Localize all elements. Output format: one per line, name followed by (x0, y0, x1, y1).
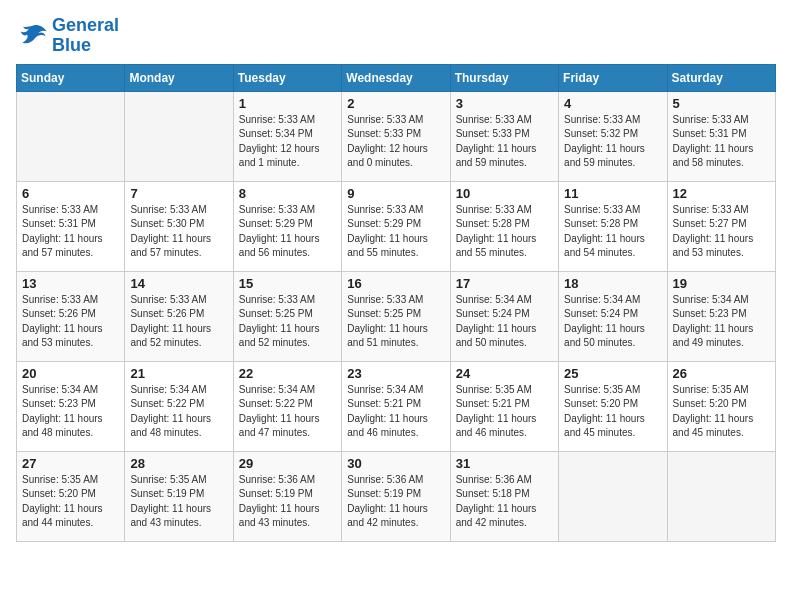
day-info: Sunrise: 5:34 AM Sunset: 5:21 PM Dayligh… (347, 383, 444, 441)
day-number: 17 (456, 276, 553, 291)
header-row: SundayMondayTuesdayWednesdayThursdayFrid… (17, 64, 776, 91)
day-cell (667, 451, 775, 541)
day-number: 13 (22, 276, 119, 291)
day-info: Sunrise: 5:33 AM Sunset: 5:34 PM Dayligh… (239, 113, 336, 171)
header-cell-tuesday: Tuesday (233, 64, 341, 91)
day-info: Sunrise: 5:33 AM Sunset: 5:31 PM Dayligh… (22, 203, 119, 261)
day-number: 5 (673, 96, 770, 111)
day-cell (17, 91, 125, 181)
day-number: 14 (130, 276, 227, 291)
day-cell: 21Sunrise: 5:34 AM Sunset: 5:22 PM Dayli… (125, 361, 233, 451)
day-info: Sunrise: 5:33 AM Sunset: 5:29 PM Dayligh… (347, 203, 444, 261)
day-info: Sunrise: 5:33 AM Sunset: 5:27 PM Dayligh… (673, 203, 770, 261)
day-cell: 22Sunrise: 5:34 AM Sunset: 5:22 PM Dayli… (233, 361, 341, 451)
day-number: 23 (347, 366, 444, 381)
day-cell (559, 451, 667, 541)
day-cell: 19Sunrise: 5:34 AM Sunset: 5:23 PM Dayli… (667, 271, 775, 361)
week-row-4: 20Sunrise: 5:34 AM Sunset: 5:23 PM Dayli… (17, 361, 776, 451)
day-info: Sunrise: 5:35 AM Sunset: 5:20 PM Dayligh… (564, 383, 661, 441)
day-cell: 7Sunrise: 5:33 AM Sunset: 5:30 PM Daylig… (125, 181, 233, 271)
day-info: Sunrise: 5:33 AM Sunset: 5:28 PM Dayligh… (456, 203, 553, 261)
week-row-3: 13Sunrise: 5:33 AM Sunset: 5:26 PM Dayli… (17, 271, 776, 361)
day-cell: 3Sunrise: 5:33 AM Sunset: 5:33 PM Daylig… (450, 91, 558, 181)
day-number: 4 (564, 96, 661, 111)
day-cell: 24Sunrise: 5:35 AM Sunset: 5:21 PM Dayli… (450, 361, 558, 451)
header-cell-sunday: Sunday (17, 64, 125, 91)
day-info: Sunrise: 5:36 AM Sunset: 5:19 PM Dayligh… (347, 473, 444, 531)
day-cell (125, 91, 233, 181)
day-info: Sunrise: 5:35 AM Sunset: 5:19 PM Dayligh… (130, 473, 227, 531)
week-row-5: 27Sunrise: 5:35 AM Sunset: 5:20 PM Dayli… (17, 451, 776, 541)
day-info: Sunrise: 5:33 AM Sunset: 5:30 PM Dayligh… (130, 203, 227, 261)
day-number: 18 (564, 276, 661, 291)
day-number: 26 (673, 366, 770, 381)
day-info: Sunrise: 5:33 AM Sunset: 5:26 PM Dayligh… (22, 293, 119, 351)
day-number: 24 (456, 366, 553, 381)
day-cell: 27Sunrise: 5:35 AM Sunset: 5:20 PM Dayli… (17, 451, 125, 541)
day-number: 22 (239, 366, 336, 381)
day-cell: 17Sunrise: 5:34 AM Sunset: 5:24 PM Dayli… (450, 271, 558, 361)
day-number: 3 (456, 96, 553, 111)
day-cell: 28Sunrise: 5:35 AM Sunset: 5:19 PM Dayli… (125, 451, 233, 541)
day-info: Sunrise: 5:35 AM Sunset: 5:20 PM Dayligh… (22, 473, 119, 531)
logo-icon (16, 22, 48, 50)
day-cell: 14Sunrise: 5:33 AM Sunset: 5:26 PM Dayli… (125, 271, 233, 361)
day-cell: 12Sunrise: 5:33 AM Sunset: 5:27 PM Dayli… (667, 181, 775, 271)
day-info: Sunrise: 5:33 AM Sunset: 5:32 PM Dayligh… (564, 113, 661, 171)
day-cell: 20Sunrise: 5:34 AM Sunset: 5:23 PM Dayli… (17, 361, 125, 451)
day-cell: 6Sunrise: 5:33 AM Sunset: 5:31 PM Daylig… (17, 181, 125, 271)
day-number: 15 (239, 276, 336, 291)
day-info: Sunrise: 5:33 AM Sunset: 5:29 PM Dayligh… (239, 203, 336, 261)
day-cell: 25Sunrise: 5:35 AM Sunset: 5:20 PM Dayli… (559, 361, 667, 451)
day-number: 30 (347, 456, 444, 471)
day-cell: 9Sunrise: 5:33 AM Sunset: 5:29 PM Daylig… (342, 181, 450, 271)
day-number: 10 (456, 186, 553, 201)
day-info: Sunrise: 5:33 AM Sunset: 5:25 PM Dayligh… (347, 293, 444, 351)
day-cell: 16Sunrise: 5:33 AM Sunset: 5:25 PM Dayli… (342, 271, 450, 361)
header-cell-friday: Friday (559, 64, 667, 91)
day-number: 7 (130, 186, 227, 201)
header-cell-monday: Monday (125, 64, 233, 91)
day-info: Sunrise: 5:34 AM Sunset: 5:23 PM Dayligh… (22, 383, 119, 441)
day-cell: 23Sunrise: 5:34 AM Sunset: 5:21 PM Dayli… (342, 361, 450, 451)
day-cell: 29Sunrise: 5:36 AM Sunset: 5:19 PM Dayli… (233, 451, 341, 541)
day-number: 11 (564, 186, 661, 201)
day-number: 12 (673, 186, 770, 201)
day-info: Sunrise: 5:34 AM Sunset: 5:22 PM Dayligh… (130, 383, 227, 441)
day-info: Sunrise: 5:33 AM Sunset: 5:33 PM Dayligh… (456, 113, 553, 171)
day-number: 6 (22, 186, 119, 201)
day-info: Sunrise: 5:35 AM Sunset: 5:21 PM Dayligh… (456, 383, 553, 441)
day-number: 1 (239, 96, 336, 111)
day-info: Sunrise: 5:34 AM Sunset: 5:24 PM Dayligh… (456, 293, 553, 351)
day-info: Sunrise: 5:36 AM Sunset: 5:19 PM Dayligh… (239, 473, 336, 531)
logo-text: General Blue (52, 16, 119, 56)
day-number: 31 (456, 456, 553, 471)
day-cell: 26Sunrise: 5:35 AM Sunset: 5:20 PM Dayli… (667, 361, 775, 451)
logo: General Blue (16, 16, 119, 56)
day-info: Sunrise: 5:33 AM Sunset: 5:31 PM Dayligh… (673, 113, 770, 171)
day-number: 25 (564, 366, 661, 381)
day-info: Sunrise: 5:34 AM Sunset: 5:22 PM Dayligh… (239, 383, 336, 441)
header-cell-wednesday: Wednesday (342, 64, 450, 91)
day-cell: 11Sunrise: 5:33 AM Sunset: 5:28 PM Dayli… (559, 181, 667, 271)
day-number: 20 (22, 366, 119, 381)
day-info: Sunrise: 5:33 AM Sunset: 5:28 PM Dayligh… (564, 203, 661, 261)
day-number: 2 (347, 96, 444, 111)
day-cell: 30Sunrise: 5:36 AM Sunset: 5:19 PM Dayli… (342, 451, 450, 541)
day-cell: 2Sunrise: 5:33 AM Sunset: 5:33 PM Daylig… (342, 91, 450, 181)
day-cell: 4Sunrise: 5:33 AM Sunset: 5:32 PM Daylig… (559, 91, 667, 181)
day-cell: 8Sunrise: 5:33 AM Sunset: 5:29 PM Daylig… (233, 181, 341, 271)
day-info: Sunrise: 5:33 AM Sunset: 5:25 PM Dayligh… (239, 293, 336, 351)
day-info: Sunrise: 5:34 AM Sunset: 5:24 PM Dayligh… (564, 293, 661, 351)
day-cell: 18Sunrise: 5:34 AM Sunset: 5:24 PM Dayli… (559, 271, 667, 361)
day-number: 29 (239, 456, 336, 471)
day-info: Sunrise: 5:35 AM Sunset: 5:20 PM Dayligh… (673, 383, 770, 441)
day-number: 16 (347, 276, 444, 291)
day-number: 27 (22, 456, 119, 471)
day-info: Sunrise: 5:36 AM Sunset: 5:18 PM Dayligh… (456, 473, 553, 531)
day-number: 21 (130, 366, 227, 381)
week-row-1: 1Sunrise: 5:33 AM Sunset: 5:34 PM Daylig… (17, 91, 776, 181)
calendar-table: SundayMondayTuesdayWednesdayThursdayFrid… (16, 64, 776, 542)
day-number: 8 (239, 186, 336, 201)
day-cell: 1Sunrise: 5:33 AM Sunset: 5:34 PM Daylig… (233, 91, 341, 181)
